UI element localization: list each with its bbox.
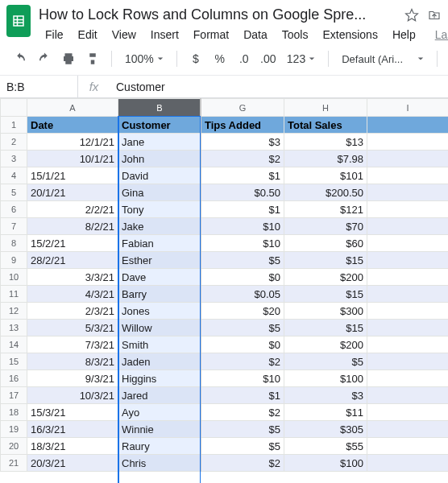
undo-button[interactable] <box>10 48 31 69</box>
name-box[interactable]: B:B <box>0 76 77 97</box>
cell[interactable]: $20 <box>201 303 284 320</box>
cell[interactable] <box>367 320 449 336</box>
cell[interactable]: 3/3/21 <box>27 269 118 286</box>
cell[interactable] <box>367 269 449 286</box>
cell[interactable]: $2 <box>201 151 284 167</box>
cell[interactable] <box>367 387 449 404</box>
cell[interactable]: $3 <box>284 387 367 404</box>
formula-input[interactable]: Customer <box>110 80 448 93</box>
row-header[interactable]: 12 <box>1 303 27 320</box>
cell[interactable]: 20/3/21 <box>27 455 118 472</box>
cell[interactable] <box>367 404 449 421</box>
cell[interactable]: Jared <box>118 387 201 404</box>
cell[interactable]: Jane <box>118 134 201 151</box>
cell[interactable]: Ayo <box>118 404 201 421</box>
cell[interactable]: Customer <box>118 117 201 134</box>
cell[interactable]: 8/2/21 <box>27 218 118 235</box>
cell[interactable]: Dave <box>118 269 201 286</box>
print-button[interactable] <box>58 48 79 69</box>
row-header[interactable]: 2 <box>1 134 27 151</box>
menu-tools[interactable]: Tools <box>276 27 315 43</box>
cell[interactable]: $10 <box>201 235 284 252</box>
cell[interactable]: Jaden <box>118 353 201 370</box>
sheet-grid[interactable]: A B G H I 1DateCustomerTips AddedTotal S… <box>0 98 448 472</box>
cell[interactable] <box>367 303 449 320</box>
col-header-H[interactable]: H <box>284 99 367 117</box>
cell[interactable]: 5/3/21 <box>27 320 118 336</box>
cell[interactable]: $15 <box>284 320 367 336</box>
cell[interactable] <box>367 438 449 455</box>
row-header[interactable]: 13 <box>1 320 27 336</box>
cell[interactable]: 9/3/21 <box>27 370 118 387</box>
cell[interactable]: Gina <box>118 184 201 201</box>
cell[interactable]: 2/3/21 <box>27 303 118 320</box>
cell[interactable]: $305 <box>284 421 367 438</box>
cell[interactable]: Winnie <box>118 421 201 438</box>
cell[interactable]: $5 <box>201 320 284 336</box>
cell[interactable]: $70 <box>284 218 367 235</box>
cell[interactable]: $10 <box>201 218 284 235</box>
cell[interactable]: 7/3/21 <box>27 336 118 353</box>
row-header[interactable]: 7 <box>1 218 27 235</box>
select-all-corner[interactable] <box>1 99 27 117</box>
cell[interactable] <box>367 117 449 134</box>
cell[interactable]: Jake <box>118 218 201 235</box>
col-header-A[interactable]: A <box>27 99 118 117</box>
cell[interactable]: 8/3/21 <box>27 353 118 370</box>
row-header[interactable]: 21 <box>1 455 27 472</box>
cell[interactable]: $121 <box>284 201 367 218</box>
row-header[interactable]: 10 <box>1 269 27 286</box>
row-header[interactable]: 18 <box>1 404 27 421</box>
move-to-drive-icon[interactable] <box>427 8 442 25</box>
row-header[interactable]: 14 <box>1 336 27 353</box>
menu-edit[interactable]: Edit <box>72 27 104 43</box>
cell[interactable]: $0.05 <box>201 286 284 303</box>
cell[interactable]: $2 <box>201 353 284 370</box>
menu-help[interactable]: Help <box>386 27 422 43</box>
cell[interactable]: $200 <box>284 336 367 353</box>
row-header[interactable]: 15 <box>1 353 27 370</box>
last-edit-link[interactable]: Las <box>429 27 448 43</box>
percent-button[interactable]: % <box>209 48 230 69</box>
menu-extensions[interactable]: Extensions <box>316 27 384 43</box>
cell[interactable]: $300 <box>284 303 367 320</box>
cell[interactable]: Higgins <box>118 370 201 387</box>
row-header[interactable]: 16 <box>1 370 27 387</box>
cell[interactable]: 15/1/21 <box>27 167 118 184</box>
cell[interactable] <box>367 235 449 252</box>
cell[interactable]: Esther <box>118 252 201 269</box>
cell[interactable]: 15/3/21 <box>27 404 118 421</box>
cell[interactable]: $100 <box>284 455 367 472</box>
cell[interactable] <box>367 455 449 472</box>
cell[interactable]: $0 <box>201 269 284 286</box>
cell[interactable]: $10 <box>201 370 284 387</box>
cell[interactable]: Jones <box>118 303 201 320</box>
row-header[interactable]: 17 <box>1 387 27 404</box>
paint-format-button[interactable] <box>82 48 103 69</box>
cell[interactable]: 28/2/21 <box>27 252 118 269</box>
menu-file[interactable]: File <box>39 27 70 43</box>
row-header[interactable]: 20 <box>1 438 27 455</box>
row-header[interactable]: 8 <box>1 235 27 252</box>
cell[interactable] <box>367 184 449 201</box>
cell[interactable]: Raury <box>118 438 201 455</box>
cell[interactable] <box>367 421 449 438</box>
col-header-G[interactable]: G <box>201 99 284 117</box>
cell[interactable]: $5 <box>201 252 284 269</box>
cell[interactable]: $15 <box>284 252 367 269</box>
cell[interactable]: Total Sales <box>284 117 367 134</box>
col-header-B[interactable]: B <box>118 99 201 117</box>
cell[interactable]: 15/2/21 <box>27 235 118 252</box>
cell[interactable] <box>367 201 449 218</box>
cell[interactable]: $100 <box>284 370 367 387</box>
doc-title[interactable]: How to Lock Rows and Columns on Google S… <box>39 5 404 27</box>
cell[interactable]: $1 <box>201 387 284 404</box>
cell[interactable]: 12/1/21 <box>27 134 118 151</box>
cell[interactable]: Barry <box>118 286 201 303</box>
cell[interactable]: $200.50 <box>284 184 367 201</box>
cell[interactable]: 10/1/21 <box>27 151 118 167</box>
cell[interactable]: 4/3/21 <box>27 286 118 303</box>
row-header[interactable]: 9 <box>1 252 27 269</box>
cell[interactable] <box>367 151 449 167</box>
cell[interactable] <box>367 336 449 353</box>
